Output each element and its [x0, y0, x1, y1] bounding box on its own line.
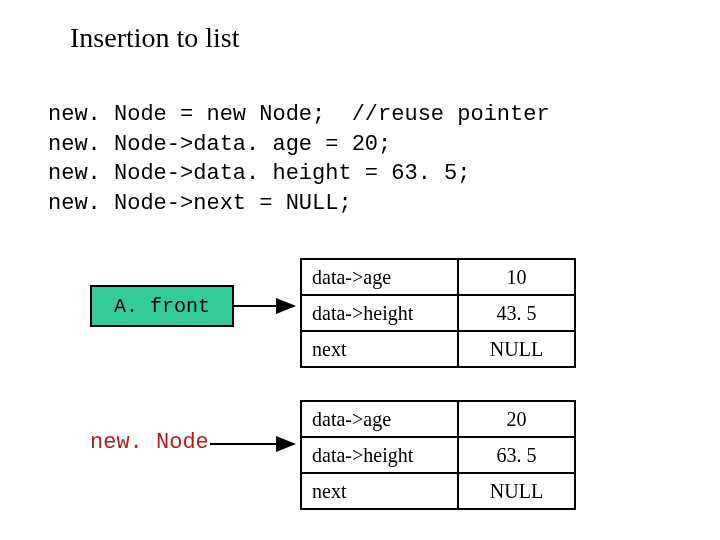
node2-table: data->age 20 data->height 63. 5 next NUL… — [300, 400, 576, 510]
code-line-3: new. Node->data. height = 63. 5; — [48, 161, 470, 186]
front-pointer-box: A. front — [90, 285, 234, 327]
node1-age-key: data->age — [301, 259, 458, 295]
node2-height-key: data->height — [301, 437, 458, 473]
new-node-label: new. Node — [90, 430, 209, 455]
node2-age-key: data->age — [301, 401, 458, 437]
page-title: Insertion to list — [70, 22, 240, 54]
node2-height-val: 63. 5 — [458, 437, 575, 473]
node1-height-key: data->height — [301, 295, 458, 331]
table-row: next NULL — [301, 473, 575, 509]
node1-age-val: 10 — [458, 259, 575, 295]
node2-next-key: next — [301, 473, 458, 509]
code-block: new. Node = new Node; //reuse pointer ne… — [48, 100, 550, 219]
table-row: data->age 10 — [301, 259, 575, 295]
code-line-1: new. Node = new Node; //reuse pointer — [48, 102, 550, 127]
code-line-4: new. Node->next = NULL; — [48, 191, 352, 216]
node1-next-val: NULL — [458, 331, 575, 367]
node1-height-val: 43. 5 — [458, 295, 575, 331]
node1-table: data->age 10 data->height 43. 5 next NUL… — [300, 258, 576, 368]
table-row: next NULL — [301, 331, 575, 367]
table-row: data->height 43. 5 — [301, 295, 575, 331]
front-pointer-label: A. front — [114, 295, 210, 318]
table-row: data->height 63. 5 — [301, 437, 575, 473]
node2-age-val: 20 — [458, 401, 575, 437]
arrow-front-to-node1 — [232, 300, 302, 320]
table-row: data->age 20 — [301, 401, 575, 437]
arrow-newnode-to-node2 — [210, 438, 302, 458]
node1-next-key: next — [301, 331, 458, 367]
code-line-2: new. Node->data. age = 20; — [48, 132, 391, 157]
node2-next-val: NULL — [458, 473, 575, 509]
